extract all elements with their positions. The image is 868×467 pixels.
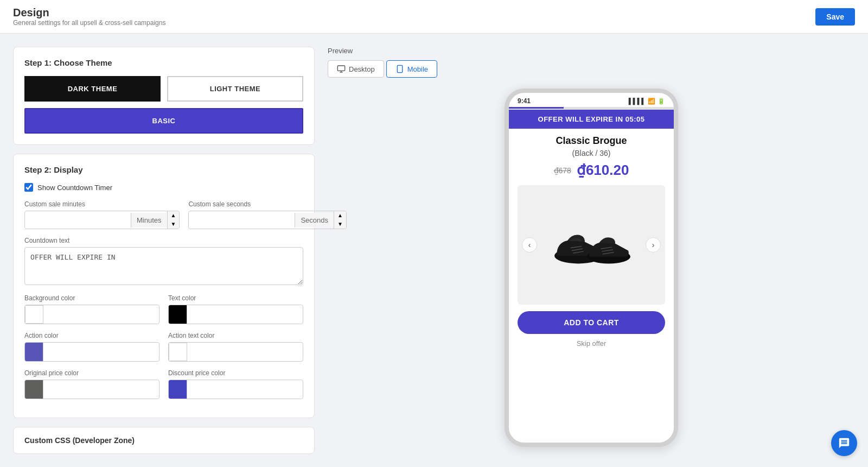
text-color-swatch[interactable] [169, 305, 187, 324]
battery-icon: 🔋 [658, 98, 665, 105]
custom-css-title: Custom CSS (Developer Zone) [24, 436, 303, 445]
bg-color-label: Background color [24, 294, 159, 302]
phone-tab-line-2 [564, 107, 618, 109]
chat-button[interactable] [831, 430, 857, 456]
countdown-text-group: Countdown text [24, 237, 303, 287]
bg-color-swatch[interactable] [25, 305, 43, 324]
custom-css-card: Custom CSS (Developer Zone) [13, 427, 315, 454]
svg-rect-3 [397, 65, 402, 72]
text-color-wrapper: #000000 [168, 305, 303, 324]
step2-card: Step 2: Display Show Countdown Timer Cus… [13, 154, 315, 418]
original-price-color-label: Original price color [24, 369, 159, 377]
phone-offer-banner: OFFER WILL EXPIRE IN 05:05 [509, 110, 674, 129]
page-subtitle: General settings for all upsell & cross-… [13, 19, 165, 27]
bg-color-wrapper: #FFFFFF [24, 305, 159, 324]
right-panel: Preview Desktop Mobile 9:41 [328, 47, 855, 455]
phone-time: 9:41 [518, 97, 531, 105]
action-text-color-group: Action text color #FFFFFF [168, 332, 303, 362]
phone-price-row: ₫678 ₫610.20 [509, 162, 674, 179]
minutes-up-button[interactable]: ▲ [168, 211, 180, 220]
discount-price-color-group: Discount price color #4542be [168, 369, 303, 399]
minutes-down-button[interactable]: ▼ [168, 220, 180, 229]
discount-price-color-input[interactable]: #4542be [187, 382, 303, 397]
next-image-button[interactable]: › [646, 237, 661, 253]
action-color-input[interactable]: #5755b8 [43, 345, 159, 359]
countdown-text-input[interactable] [24, 247, 303, 285]
action-color-label: Action color [24, 332, 159, 339]
step2-title: Step 2: Display [24, 165, 303, 174]
light-theme-button[interactable]: LIGHT THEME [167, 76, 303, 102]
original-price-color-swatch[interactable] [25, 380, 43, 399]
show-countdown-label: Show Countdown Timer [37, 184, 112, 192]
signal-icon: ▌▌▌▌ [629, 98, 646, 104]
text-color-group: Text color #000000 [168, 294, 303, 324]
original-price-color-input[interactable]: #5F605D [43, 382, 159, 397]
discount-price-color-swatch[interactable] [169, 380, 187, 399]
bg-color-group: Background color #FFFFFF [24, 294, 159, 324]
minutes-input[interactable]: 5 [25, 212, 131, 228]
page-title: Design [13, 7, 165, 19]
preview-label: Preview [328, 47, 855, 55]
phone-discounted-price: ₫610.20 [577, 162, 629, 179]
page-header: Design General settings for all upsell &… [13, 7, 165, 27]
skip-offer-link[interactable]: Skip offer [509, 339, 674, 353]
phone-image-area: ‹ [518, 185, 665, 305]
phone-container: 9:41 ▌▌▌▌ 📶 🔋 OFFER WILL EXPIRE IN 05:05 [328, 89, 855, 447]
add-to-cart-button[interactable]: ADD TO CART [518, 311, 665, 334]
seconds-label: Custom sale seconds [188, 200, 347, 208]
seconds-input[interactable]: 5 [189, 212, 295, 228]
action-colors-row: Action color #5755b8 Action text color #… [24, 332, 303, 362]
original-price-color-group: Original price color #5F605D [24, 369, 159, 399]
dark-theme-button[interactable]: DARK THEME [24, 76, 161, 102]
product-image [548, 218, 635, 272]
phone-tab-line-3 [619, 107, 674, 109]
mobile-tab[interactable]: Mobile [386, 60, 437, 78]
seconds-field-group: Custom sale seconds 5 Seconds ▲ ▼ [188, 200, 347, 229]
action-text-color-input[interactable]: #FFFFFF [187, 345, 303, 359]
action-text-color-label: Action text color [168, 332, 303, 339]
minutes-unit: Minutes [131, 213, 167, 228]
discount-price-color-label: Discount price color [168, 369, 303, 377]
mobile-icon [395, 65, 404, 73]
wifi-icon: 📶 [648, 98, 655, 105]
original-price-color-wrapper: #5F605D [24, 380, 159, 399]
phone-status-icons: ▌▌▌▌ 📶 🔋 [629, 98, 665, 105]
desktop-icon [337, 65, 346, 73]
left-panel: Step 1: Choose Theme DARK THEME LIGHT TH… [13, 47, 315, 455]
mobile-tab-label: Mobile [407, 65, 428, 73]
action-text-color-swatch[interactable] [169, 343, 187, 361]
phone-tab-line-1 [509, 107, 564, 109]
bg-text-color-row: Background color #FFFFFF Text color #000… [24, 294, 303, 324]
main-layout: Step 1: Choose Theme DARK THEME LIGHT TH… [0, 34, 868, 467]
save-button[interactable]: Save [815, 8, 855, 26]
minutes-label: Custom sale minutes [24, 200, 180, 208]
svg-rect-0 [337, 66, 344, 71]
action-color-group: Action color #5755b8 [24, 332, 159, 362]
preview-tabs: Desktop Mobile [328, 60, 855, 78]
text-color-input[interactable]: #000000 [187, 307, 303, 322]
phone-frame: 9:41 ▌▌▌▌ 📶 🔋 OFFER WILL EXPIRE IN 05:05 [505, 89, 678, 447]
basic-variant-button[interactable]: BASIC [24, 108, 303, 134]
price-colors-row: Original price color #5F605D Discount pr… [24, 369, 303, 399]
show-countdown-checkbox[interactable] [24, 183, 33, 192]
minutes-field-group: Custom sale minutes 5 Minutes ▲ ▼ [24, 200, 180, 229]
bg-color-input[interactable]: #FFFFFF [43, 307, 159, 322]
countdown-text-label: Countdown text [24, 237, 303, 244]
desktop-tab[interactable]: Desktop [328, 60, 384, 78]
desktop-tab-label: Desktop [349, 65, 375, 73]
chat-icon [838, 437, 850, 449]
step1-card: Step 1: Choose Theme DARK THEME LIGHT TH… [13, 47, 315, 145]
phone-product-title: Classic Brogue [518, 135, 665, 147]
phone-status-bar: 9:41 ▌▌▌▌ 📶 🔋 [509, 93, 674, 107]
seconds-spinner: 5 Seconds ▲ ▼ [188, 211, 347, 229]
phone-product-subtitle: (Black / 36) [509, 149, 674, 157]
action-color-wrapper: #5755b8 [24, 342, 159, 362]
prev-image-button[interactable]: ‹ [522, 237, 537, 253]
timer-fields-row: Custom sale minutes 5 Minutes ▲ ▼ Custom… [24, 200, 303, 229]
step1-title: Step 1: Choose Theme [24, 58, 303, 67]
discount-price-color-wrapper: #4542be [168, 380, 303, 399]
minutes-spinner: 5 Minutes ▲ ▼ [24, 211, 180, 229]
show-countdown-row: Show Countdown Timer [24, 183, 303, 192]
top-bar: Design General settings for all upsell &… [0, 0, 868, 34]
action-color-swatch[interactable] [25, 343, 43, 361]
